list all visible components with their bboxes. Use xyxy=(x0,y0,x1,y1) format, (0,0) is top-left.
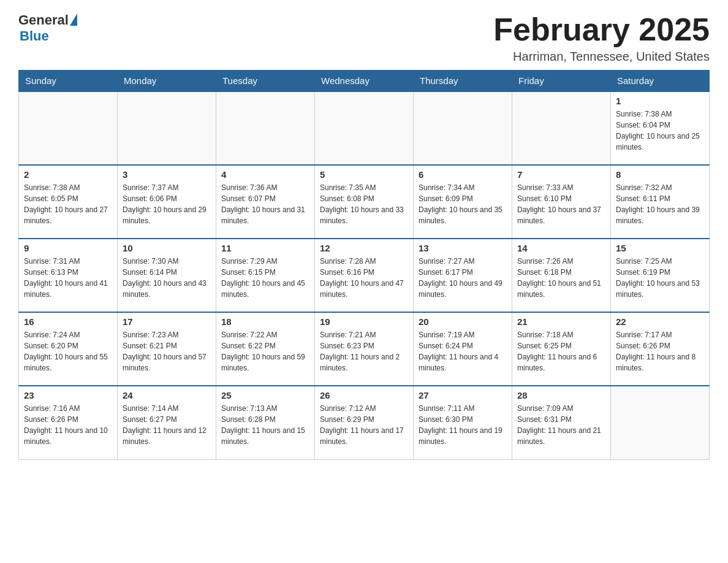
cell-sun-info: Sunrise: 7:32 AMSunset: 6:11 PMDaylight:… xyxy=(616,182,704,226)
calendar-cell: 5Sunrise: 7:35 AMSunset: 6:08 PMDaylight… xyxy=(315,165,414,239)
week-row-5: 23Sunrise: 7:16 AMSunset: 6:26 PMDayligh… xyxy=(19,386,710,459)
week-row-3: 9Sunrise: 7:31 AMSunset: 6:13 PMDaylight… xyxy=(19,239,710,312)
month-title: February 2025 xyxy=(493,12,710,47)
cell-date-number: 28 xyxy=(517,390,605,400)
cell-sun-info: Sunrise: 7:30 AMSunset: 6:14 PMDaylight:… xyxy=(123,256,211,300)
cell-date-number: 9 xyxy=(24,243,112,253)
cell-date-number: 15 xyxy=(616,243,704,253)
calendar-cell: 28Sunrise: 7:09 AMSunset: 6:31 PMDayligh… xyxy=(512,386,611,459)
cell-sun-info: Sunrise: 7:12 AMSunset: 6:29 PMDaylight:… xyxy=(320,403,408,447)
cell-sun-info: Sunrise: 7:38 AMSunset: 6:04 PMDaylight:… xyxy=(616,109,704,153)
cell-sun-info: Sunrise: 7:25 AMSunset: 6:19 PMDaylight:… xyxy=(616,256,704,300)
cell-sun-info: Sunrise: 7:13 AMSunset: 6:28 PMDaylight:… xyxy=(221,403,309,447)
cell-sun-info: Sunrise: 7:29 AMSunset: 6:15 PMDaylight:… xyxy=(221,256,309,300)
header-saturday: Saturday xyxy=(611,71,710,92)
cell-sun-info: Sunrise: 7:11 AMSunset: 6:30 PMDaylight:… xyxy=(419,403,507,447)
cell-date-number: 27 xyxy=(419,390,507,400)
calendar-cell: 7Sunrise: 7:33 AMSunset: 6:10 PMDaylight… xyxy=(512,165,611,239)
cell-date-number: 19 xyxy=(320,316,408,327)
cell-sun-info: Sunrise: 7:28 AMSunset: 6:16 PMDaylight:… xyxy=(320,256,408,300)
week-row-4: 16Sunrise: 7:24 AMSunset: 6:20 PMDayligh… xyxy=(19,312,710,386)
calendar-cell xyxy=(216,91,315,165)
cell-sun-info: Sunrise: 7:37 AMSunset: 6:06 PMDaylight:… xyxy=(123,182,211,226)
cell-date-number: 2 xyxy=(24,169,112,180)
calendar-cell xyxy=(118,91,216,165)
calendar-cell: 11Sunrise: 7:29 AMSunset: 6:15 PMDayligh… xyxy=(216,239,315,312)
calendar-cell xyxy=(414,91,512,165)
calendar-cell xyxy=(611,386,710,459)
cell-date-number: 8 xyxy=(616,169,704,180)
cell-sun-info: Sunrise: 7:36 AMSunset: 6:07 PMDaylight:… xyxy=(221,182,309,226)
calendar-cell: 21Sunrise: 7:18 AMSunset: 6:25 PMDayligh… xyxy=(512,312,611,386)
calendar-table: SundayMondayTuesdayWednesdayThursdayFrid… xyxy=(18,70,710,460)
cell-sun-info: Sunrise: 7:38 AMSunset: 6:05 PMDaylight:… xyxy=(24,182,112,226)
calendar-cell: 3Sunrise: 7:37 AMSunset: 6:06 PMDaylight… xyxy=(118,165,216,239)
calendar-cell: 10Sunrise: 7:30 AMSunset: 6:14 PMDayligh… xyxy=(118,239,216,312)
cell-sun-info: Sunrise: 7:31 AMSunset: 6:13 PMDaylight:… xyxy=(24,256,112,300)
header-sunday: Sunday xyxy=(19,71,118,92)
cell-date-number: 17 xyxy=(123,316,211,327)
cell-sun-info: Sunrise: 7:18 AMSunset: 6:25 PMDaylight:… xyxy=(517,329,605,373)
calendar-cell: 17Sunrise: 7:23 AMSunset: 6:21 PMDayligh… xyxy=(118,312,216,386)
cell-sun-info: Sunrise: 7:16 AMSunset: 6:26 PMDaylight:… xyxy=(24,403,112,447)
cell-date-number: 20 xyxy=(419,316,507,327)
calendar-cell: 27Sunrise: 7:11 AMSunset: 6:30 PMDayligh… xyxy=(414,386,512,459)
cell-sun-info: Sunrise: 7:34 AMSunset: 6:09 PMDaylight:… xyxy=(419,182,507,226)
page-header: General Blue February 2025 Harriman, Ten… xyxy=(18,12,710,64)
cell-sun-info: Sunrise: 7:26 AMSunset: 6:18 PMDaylight:… xyxy=(517,256,605,300)
calendar-cell: 4Sunrise: 7:36 AMSunset: 6:07 PMDaylight… xyxy=(216,165,315,239)
cell-sun-info: Sunrise: 7:33 AMSunset: 6:10 PMDaylight:… xyxy=(517,182,605,226)
cell-date-number: 24 xyxy=(123,390,211,400)
calendar-cell: 20Sunrise: 7:19 AMSunset: 6:24 PMDayligh… xyxy=(414,312,512,386)
cell-date-number: 3 xyxy=(123,169,211,180)
cell-date-number: 22 xyxy=(616,316,704,327)
cell-date-number: 11 xyxy=(221,243,309,253)
cell-date-number: 16 xyxy=(24,316,112,327)
header-friday: Friday xyxy=(512,71,611,92)
logo-general-text: General xyxy=(18,12,69,28)
calendar-cell: 8Sunrise: 7:32 AMSunset: 6:11 PMDaylight… xyxy=(611,165,710,239)
cell-sun-info: Sunrise: 7:27 AMSunset: 6:17 PMDaylight:… xyxy=(419,256,507,300)
logo-blue-text: Blue xyxy=(20,28,49,44)
calendar-cell xyxy=(512,91,611,165)
cell-sun-info: Sunrise: 7:23 AMSunset: 6:21 PMDaylight:… xyxy=(123,329,211,373)
header-monday: Monday xyxy=(118,71,216,92)
calendar-cell: 13Sunrise: 7:27 AMSunset: 6:17 PMDayligh… xyxy=(414,239,512,312)
cell-sun-info: Sunrise: 7:24 AMSunset: 6:20 PMDaylight:… xyxy=(24,329,112,373)
calendar-cell: 6Sunrise: 7:34 AMSunset: 6:09 PMDaylight… xyxy=(414,165,512,239)
cell-date-number: 7 xyxy=(517,169,605,180)
header-tuesday: Tuesday xyxy=(216,71,315,92)
cell-date-number: 13 xyxy=(419,243,507,253)
cell-sun-info: Sunrise: 7:14 AMSunset: 6:27 PMDaylight:… xyxy=(123,403,211,447)
calendar-cell xyxy=(19,91,118,165)
calendar-cell: 12Sunrise: 7:28 AMSunset: 6:16 PMDayligh… xyxy=(315,239,414,312)
calendar-cell: 14Sunrise: 7:26 AMSunset: 6:18 PMDayligh… xyxy=(512,239,611,312)
calendar-cell: 26Sunrise: 7:12 AMSunset: 6:29 PMDayligh… xyxy=(315,386,414,459)
calendar-cell: 18Sunrise: 7:22 AMSunset: 6:22 PMDayligh… xyxy=(216,312,315,386)
cell-date-number: 10 xyxy=(123,243,211,253)
cell-sun-info: Sunrise: 7:17 AMSunset: 6:26 PMDaylight:… xyxy=(616,329,704,373)
cell-date-number: 23 xyxy=(24,390,112,400)
cell-sun-info: Sunrise: 7:22 AMSunset: 6:22 PMDaylight:… xyxy=(221,329,309,373)
cell-date-number: 5 xyxy=(320,169,408,180)
calendar-header-row: SundayMondayTuesdayWednesdayThursdayFrid… xyxy=(19,71,710,92)
cell-sun-info: Sunrise: 7:19 AMSunset: 6:24 PMDaylight:… xyxy=(419,329,507,373)
cell-date-number: 4 xyxy=(221,169,309,180)
week-row-1: 1Sunrise: 7:38 AMSunset: 6:04 PMDaylight… xyxy=(19,91,710,165)
calendar-cell: 9Sunrise: 7:31 AMSunset: 6:13 PMDaylight… xyxy=(19,239,118,312)
logo-triangle-icon xyxy=(70,13,77,26)
header-wednesday: Wednesday xyxy=(315,71,414,92)
cell-date-number: 25 xyxy=(221,390,309,400)
cell-sun-info: Sunrise: 7:35 AMSunset: 6:08 PMDaylight:… xyxy=(320,182,408,226)
calendar-cell: 2Sunrise: 7:38 AMSunset: 6:05 PMDaylight… xyxy=(19,165,118,239)
calendar-cell: 22Sunrise: 7:17 AMSunset: 6:26 PMDayligh… xyxy=(611,312,710,386)
week-row-2: 2Sunrise: 7:38 AMSunset: 6:05 PMDaylight… xyxy=(19,165,710,239)
logo: General Blue xyxy=(18,12,77,44)
calendar-cell xyxy=(315,91,414,165)
cell-date-number: 6 xyxy=(419,169,507,180)
cell-sun-info: Sunrise: 7:21 AMSunset: 6:23 PMDaylight:… xyxy=(320,329,408,373)
header-thursday: Thursday xyxy=(414,71,512,92)
cell-sun-info: Sunrise: 7:09 AMSunset: 6:31 PMDaylight:… xyxy=(517,403,605,447)
cell-date-number: 12 xyxy=(320,243,408,253)
calendar-cell: 25Sunrise: 7:13 AMSunset: 6:28 PMDayligh… xyxy=(216,386,315,459)
